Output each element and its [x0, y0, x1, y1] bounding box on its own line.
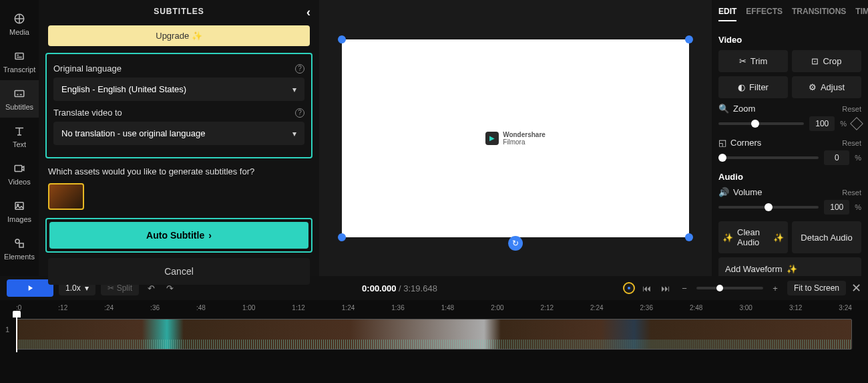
- sparkle-icon: ✨: [192, 31, 202, 41]
- zoom-value[interactable]: 100: [809, 116, 835, 131]
- video-clip[interactable]: [16, 319, 852, 350]
- tab-edit[interactable]: EDIT: [718, 7, 736, 21]
- nav-text[interactable]: Text: [0, 118, 39, 155]
- tab-effects[interactable]: EFFECTS: [746, 7, 783, 21]
- svg-rect-7: [19, 243, 23, 247]
- pct-label: %: [855, 154, 861, 162]
- nav-videos[interactable]: Videos: [0, 155, 39, 193]
- tab-transitions[interactable]: TRANSITIONS: [792, 7, 846, 21]
- text-icon: [12, 124, 27, 138]
- images-icon: [12, 199, 27, 213]
- timeline-zoom-slider[interactable]: [696, 287, 763, 289]
- cancel-button[interactable]: Cancel: [48, 258, 310, 285]
- nav-images[interactable]: Images: [0, 193, 39, 230]
- upgrade-banner[interactable]: Upgrade ✨: [48, 25, 310, 46]
- back-arrow-icon[interactable]: ‹: [306, 5, 311, 19]
- translate-label: Translate video to ?: [53, 108, 304, 118]
- zoom-label: Zoom: [733, 104, 755, 114]
- audio-waveform: [17, 340, 851, 349]
- zoom-in-button[interactable]: +: [769, 281, 782, 295]
- ruler-tick: 2:48: [690, 304, 702, 312]
- nav-media[interactable]: Media: [0, 5, 39, 43]
- resize-handle-br[interactable]: [685, 233, 693, 241]
- sparkle-icon: ✨: [787, 264, 797, 274]
- clean-audio-button[interactable]: ✨Clean Audio✨: [718, 221, 788, 253]
- asset-thumbnail[interactable]: [48, 183, 84, 210]
- timeline-tracks: 1: [0, 316, 868, 352]
- volume-reset[interactable]: Reset: [842, 188, 861, 197]
- corners-label: Corners: [730, 138, 761, 148]
- panel-title: SUBTITLES ‹: [43, 0, 315, 23]
- chevron-down-icon: ▾: [292, 129, 296, 138]
- play-button[interactable]: [7, 279, 53, 297]
- clean-audio-icon: ✨: [722, 233, 733, 243]
- zoom-slider[interactable]: [718, 122, 804, 125]
- help-icon[interactable]: ?: [295, 108, 304, 118]
- zoom-reset[interactable]: Reset: [842, 105, 861, 113]
- chevron-down-icon: ▾: [85, 283, 89, 293]
- ruler-tick: :24: [104, 304, 114, 312]
- ruler-tick: 3:00: [739, 304, 752, 312]
- nav-transcript[interactable]: Transcript: [0, 43, 39, 80]
- close-timeline-button[interactable]: ✕: [851, 281, 861, 295]
- volume-slider[interactable]: [718, 206, 819, 209]
- ruler-tick: 2:12: [541, 304, 554, 312]
- track-number: 1: [5, 326, 9, 334]
- preview-canvas[interactable]: ▶ Wondershare Filmora: [342, 39, 689, 237]
- ruler-tick: 2:36: [640, 304, 653, 312]
- orig-language-label: Original language ?: [53, 63, 304, 74]
- ruler-tick: :12: [58, 304, 67, 312]
- help-icon[interactable]: ?: [295, 64, 304, 74]
- transcript-icon: [12, 49, 27, 63]
- media-icon: [12, 12, 27, 25]
- playhead[interactable]: [16, 316, 17, 352]
- nav-label: Subtitles: [5, 103, 33, 111]
- trim-button[interactable]: ✂Trim: [718, 50, 788, 72]
- resize-handle-tr[interactable]: [685, 35, 693, 43]
- crop-button[interactable]: ⊡Crop: [792, 50, 861, 72]
- filter-button[interactable]: ◐Filter: [718, 76, 788, 98]
- video-section-title: Video: [718, 35, 861, 45]
- duration: 3:19.648: [403, 283, 437, 293]
- refresh-icon[interactable]: ↻: [508, 236, 523, 251]
- corners-value[interactable]: 0: [824, 150, 849, 165]
- filter-icon: ◐: [738, 82, 745, 92]
- ruler-tick: :36: [150, 304, 160, 312]
- nav-label: Transcript: [3, 66, 36, 74]
- detach-audio-button[interactable]: Detach Audio: [792, 221, 861, 253]
- resize-handle-bl[interactable]: [338, 233, 346, 241]
- svg-rect-3: [15, 166, 22, 172]
- translate-dropdown[interactable]: No translation - use original language ▾: [53, 122, 304, 145]
- subtitles-icon: [12, 87, 27, 100]
- prev-clip-button[interactable]: ⏮: [640, 281, 654, 295]
- nav-label: Text: [13, 140, 26, 148]
- volume-value[interactable]: 100: [824, 200, 849, 215]
- svg-point-6: [15, 239, 19, 243]
- nav-label: Videos: [8, 178, 30, 186]
- next-clip-button[interactable]: ⏭: [659, 281, 672, 295]
- keyframe-icon[interactable]: [850, 117, 863, 130]
- resize-handle-tl[interactable]: [338, 35, 346, 43]
- nav-elements[interactable]: Elements: [0, 230, 39, 267]
- nav-subtitles[interactable]: Subtitles: [0, 80, 39, 118]
- marker-button[interactable]: [623, 282, 635, 294]
- ruler-tick: 2:00: [491, 304, 503, 312]
- videos-icon: [12, 162, 27, 175]
- nav-label: Media: [9, 28, 29, 36]
- tab-timing[interactable]: TIMING: [855, 7, 868, 21]
- ruler-tick: 3:24: [839, 304, 851, 312]
- fit-screen-button[interactable]: Fit to Screen: [787, 281, 846, 295]
- ruler-tick: 1:48: [441, 304, 454, 312]
- adjust-icon: ⚙: [809, 82, 817, 92]
- subtitles-panel: SUBTITLES ‹ Upgrade ✨ Original language …: [39, 0, 319, 276]
- orig-language-dropdown[interactable]: English - English (United States) ▾: [53, 78, 304, 101]
- trim-icon: ✂: [739, 56, 746, 66]
- add-waveform-button[interactable]: Add Waveform✨: [718, 257, 861, 276]
- corners-reset[interactable]: Reset: [842, 139, 861, 147]
- corners-slider[interactable]: [718, 156, 819, 159]
- adjust-button[interactable]: ⚙Adjust: [792, 76, 861, 98]
- timeline-ruler[interactable]: :0 :12 :24 :36 :48 1:00 1:12 1:24 1:36 1…: [0, 300, 868, 316]
- svg-rect-1: [15, 53, 23, 59]
- zoom-out-button[interactable]: −: [678, 281, 691, 295]
- auto-subtitle-button[interactable]: Auto Subtitle ›: [49, 222, 308, 249]
